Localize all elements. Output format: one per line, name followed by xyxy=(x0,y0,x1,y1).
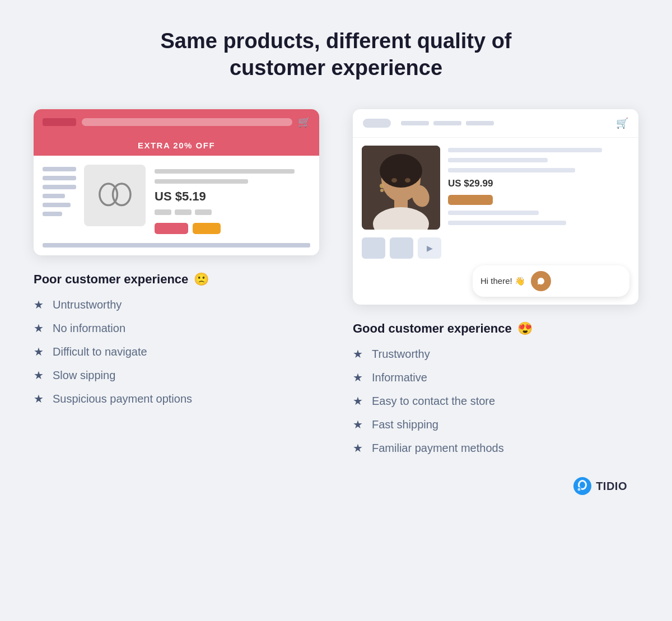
good-feature-3: Easy to contact the store xyxy=(372,395,495,408)
good-play-thumb[interactable]: ▶ xyxy=(418,237,441,259)
poor-attr-box xyxy=(175,209,192,215)
list-item: ★ Suspicious payment options xyxy=(34,392,319,405)
star-icon: ★ xyxy=(34,345,44,358)
good-feature-list: ★ Trustworthy ★ Informative ★ Easy to co… xyxy=(353,347,638,455)
sidebar-line xyxy=(43,212,62,216)
sidebar-line xyxy=(43,176,76,180)
good-mockup: 🛒 xyxy=(353,109,638,305)
good-info-line xyxy=(448,211,539,215)
poor-product-image xyxy=(84,165,146,226)
good-feature-4: Fast shipping xyxy=(372,418,438,431)
poor-body: US $5.19 xyxy=(34,156,319,243)
star-icon: ★ xyxy=(34,321,44,335)
good-thumbnail[interactable] xyxy=(390,237,413,259)
star-icon: ★ xyxy=(34,368,44,382)
chat-button[interactable] xyxy=(531,271,551,291)
left-column: 🛒 EXTRA 20% OFF xyxy=(34,109,319,455)
sidebar-line xyxy=(43,194,65,198)
svg-point-10 xyxy=(380,189,384,192)
good-thumbnail[interactable] xyxy=(362,237,385,259)
good-logo xyxy=(363,119,391,128)
good-label-text: Good customer experience xyxy=(353,321,512,336)
list-item: ★ Difficult to navigate xyxy=(34,345,319,358)
poor-product-area: US $5.19 xyxy=(84,165,310,234)
poor-attr-box xyxy=(195,209,212,215)
star-icon: ★ xyxy=(353,441,363,455)
good-nav xyxy=(401,121,610,125)
list-item: ★ Untrustworthy xyxy=(34,298,319,311)
page-title: Same products, different quality of cust… xyxy=(140,28,532,81)
poor-buttons xyxy=(155,223,310,234)
poor-price: US $5.19 xyxy=(155,189,310,204)
list-item: ★ Easy to contact the store xyxy=(353,394,638,408)
svg-point-1 xyxy=(113,184,131,206)
poor-title-line xyxy=(155,169,295,174)
svg-point-9 xyxy=(380,184,384,188)
tidio-logo-icon xyxy=(573,477,591,495)
poor-label-text: Poor customer experience xyxy=(34,272,188,287)
svg-point-14 xyxy=(580,482,585,488)
list-item: ★ Fast shipping xyxy=(353,418,638,431)
poor-header: 🛒 xyxy=(34,109,319,135)
good-feature-2: Informative xyxy=(372,371,427,384)
svg-point-4 xyxy=(380,154,422,188)
star-icon: ★ xyxy=(353,371,363,384)
list-item: ★ Familiar payment methods xyxy=(353,441,638,455)
good-price: US $29.99 xyxy=(448,178,629,189)
good-info-line-short xyxy=(448,158,548,162)
poor-feature-1: Untrustworthy xyxy=(53,298,122,311)
star-icon: ★ xyxy=(353,394,363,408)
right-column: 🛒 xyxy=(353,109,638,455)
poor-footer-line xyxy=(43,243,310,248)
star-icon: ★ xyxy=(34,392,44,405)
good-nav-line xyxy=(401,121,429,125)
sidebar-line xyxy=(43,203,71,207)
list-item: ★ Trustworthy xyxy=(353,347,638,361)
good-product-image xyxy=(362,146,440,230)
good-header: 🛒 xyxy=(353,109,638,138)
poor-emoji: 🙁 xyxy=(194,272,209,287)
list-item: ★ No information xyxy=(34,321,319,335)
good-chat-bubble: Hi there! 👋 xyxy=(473,265,629,297)
poor-attr-box xyxy=(155,209,171,215)
poor-sidebar xyxy=(43,165,76,234)
star-icon: ★ xyxy=(353,347,363,361)
svg-point-16 xyxy=(578,488,581,491)
poor-feature-4: Slow sipping xyxy=(53,369,115,382)
poor-product-info: US $5.19 xyxy=(155,165,310,234)
poor-search-bar xyxy=(82,118,292,126)
poor-mockup: 🛒 EXTRA 20% OFF xyxy=(34,109,319,255)
good-info-line xyxy=(448,148,602,152)
good-info-line xyxy=(448,221,566,225)
poor-buy-button[interactable] xyxy=(155,223,188,234)
good-emoji: 😍 xyxy=(517,321,533,336)
good-nav-line xyxy=(466,121,494,125)
poor-title-line-short xyxy=(155,179,248,184)
poor-cart-icon: 🛒 xyxy=(298,116,310,128)
list-item: ★ Informative xyxy=(353,371,638,384)
list-item: ★ Slow sipping xyxy=(34,368,319,382)
poor-cart-button[interactable] xyxy=(193,223,221,234)
poor-feature-list: ★ Untrustworthy ★ No information ★ Diffi… xyxy=(34,298,319,405)
star-icon: ★ xyxy=(34,298,44,311)
poor-feature-5: Suspicious payment options xyxy=(53,393,192,405)
star-icon: ★ xyxy=(353,418,363,431)
good-product-info: US $29.99 xyxy=(448,146,629,225)
comparison-columns: 🛒 EXTRA 20% OFF xyxy=(34,109,638,455)
sidebar-line xyxy=(43,185,76,189)
tidio-brand-name: TIDIO xyxy=(596,480,627,493)
good-thumbnails: ▶ xyxy=(353,237,638,259)
poor-attr-group xyxy=(155,209,310,215)
svg-point-7 xyxy=(391,178,397,183)
good-product-body: US $29.99 xyxy=(353,138,638,237)
sidebar-line xyxy=(43,167,76,171)
svg-point-8 xyxy=(405,178,410,183)
poor-promo-bar: EXTRA 20% OFF xyxy=(34,135,319,156)
good-feature-5: Familiar payment methods xyxy=(372,442,504,455)
good-info-line xyxy=(448,168,575,172)
person-silhouette xyxy=(362,146,440,230)
good-add-to-cart-button[interactable] xyxy=(448,195,493,205)
good-feature-1: Trustworthy xyxy=(372,348,430,361)
tidio-branding: TIDIO xyxy=(573,477,627,495)
poor-feature-3: Difficult to navigate xyxy=(53,345,147,358)
